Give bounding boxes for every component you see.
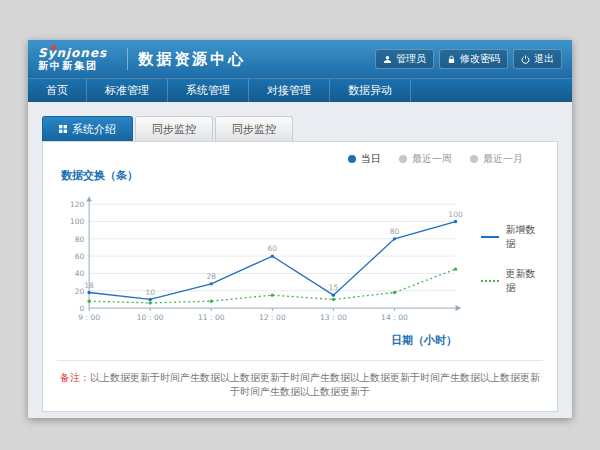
footnote-label: 备注： [60, 372, 90, 383]
legend-item-new-data[interactable]: 新增数据 [481, 223, 543, 251]
chart-legend: 新增数据 更新数据 [481, 223, 543, 295]
lock-icon [447, 55, 456, 64]
logo-company: 新中新集团 [38, 60, 107, 71]
svg-text:18: 18 [84, 281, 94, 290]
legend-label: 更新数据 [505, 267, 543, 295]
logo-brand: Synjones [38, 47, 107, 60]
range-option-label: 当日 [361, 152, 381, 166]
svg-text:20: 20 [75, 287, 85, 296]
legend-label: 新增数据 [505, 223, 543, 251]
svg-text:80: 80 [75, 235, 85, 244]
logo: Synjones 新中新集团 [38, 47, 107, 71]
svg-text:13：00: 13：00 [320, 313, 347, 322]
y-axis-title: 数据交换（条） [61, 168, 543, 183]
svg-text:15: 15 [329, 283, 339, 292]
nav-item-data-changes[interactable]: 数据异动 [330, 79, 411, 102]
header: Synjones 新中新集团 数据资源中心 管理员 修改密码 退出 [28, 40, 572, 78]
radio-dot-icon [399, 155, 407, 163]
tab-sync-monitor-2[interactable]: 同步监控 [215, 116, 293, 141]
tab-system-intro[interactable]: 系统介绍 [42, 116, 133, 141]
chart-row: 0204060801001209：0010：0011：0012：0013：001… [57, 185, 543, 333]
svg-text:40: 40 [75, 269, 85, 278]
radio-dot-icon [470, 155, 478, 163]
range-option-label: 最近一周 [412, 152, 452, 166]
logo-accent-dot [51, 45, 56, 50]
user-button-label: 管理员 [396, 52, 426, 66]
svg-text:120: 120 [70, 200, 85, 209]
main-nav: 首页 标准管理 系统管理 对接管理 数据异动 [28, 78, 572, 102]
power-icon [521, 55, 530, 64]
svg-text:11：00: 11：00 [198, 313, 225, 322]
svg-text:12：00: 12：00 [259, 313, 286, 322]
svg-text:28: 28 [206, 272, 216, 281]
range-selector: 当日 最近一周 最近一月 [57, 152, 543, 166]
tab-bar: 系统介绍 同步监控 同步监控 [42, 116, 558, 141]
svg-text:10：00: 10：00 [137, 313, 164, 322]
nav-item-standard-management[interactable]: 标准管理 [87, 79, 168, 102]
footnote-text: 以上数据更新于时间产生数据以上数据更新于时间产生数据以上数据更新于时间产生数据以… [90, 372, 540, 397]
user-button[interactable]: 管理员 [375, 49, 434, 69]
logout-button[interactable]: 退出 [513, 49, 562, 69]
svg-text:14：00: 14：00 [381, 313, 408, 322]
range-option-last-week[interactable]: 最近一周 [399, 152, 452, 166]
tab-sync-monitor-1[interactable]: 同步监控 [135, 116, 213, 141]
app-window: Synjones 新中新集团 数据资源中心 管理员 修改密码 退出 首页 标准管… [28, 40, 572, 418]
svg-text:60: 60 [75, 252, 85, 261]
grid-icon [59, 123, 67, 136]
svg-text:60: 60 [268, 244, 278, 253]
tab-label: 系统介绍 [72, 122, 116, 137]
range-option-last-month[interactable]: 最近一月 [470, 152, 523, 166]
svg-text:100: 100 [448, 210, 463, 219]
tab-label: 同步监控 [232, 122, 276, 137]
page-title: 数据资源中心 [138, 50, 246, 69]
content-area: 系统介绍 同步监控 同步监控 当日 最近一周 [28, 102, 572, 418]
blue-line-swatch [481, 236, 500, 238]
range-option-today[interactable]: 当日 [348, 152, 381, 166]
x-axis-title: 日期（小时） [57, 333, 543, 348]
nav-item-integration-management[interactable]: 对接管理 [249, 79, 330, 102]
logout-button-label: 退出 [534, 52, 554, 66]
user-icon [383, 55, 392, 64]
footnote: 备注：以上数据更新于时间产生数据以上数据更新于时间产生数据以上数据更新于时间产生… [57, 371, 543, 399]
svg-text:9：00: 9：00 [78, 313, 100, 322]
range-option-label: 最近一月 [483, 152, 523, 166]
line-chart: 0204060801001209：0010：0011：0012：0013：001… [57, 185, 471, 333]
header-divider [127, 48, 128, 70]
tab-label: 同步监控 [152, 122, 196, 137]
radio-dot-icon [348, 155, 356, 163]
nav-item-system-management[interactable]: 系统管理 [168, 79, 249, 102]
svg-text:80: 80 [390, 227, 400, 236]
nav-item-home[interactable]: 首页 [28, 79, 87, 102]
chart-panel: 当日 最近一周 最近一月 数据交换（条） 0204060801001209：00… [42, 141, 558, 412]
change-password-button-label: 修改密码 [460, 52, 500, 66]
header-actions: 管理员 修改密码 退出 [375, 49, 562, 69]
legend-item-updated-data[interactable]: 更新数据 [481, 267, 543, 295]
svg-text:100: 100 [70, 217, 85, 226]
change-password-button[interactable]: 修改密码 [439, 49, 508, 69]
green-dotted-swatch [481, 280, 500, 282]
svg-text:0: 0 [80, 304, 85, 313]
svg-text:10: 10 [145, 288, 155, 297]
panel-divider [57, 360, 543, 361]
